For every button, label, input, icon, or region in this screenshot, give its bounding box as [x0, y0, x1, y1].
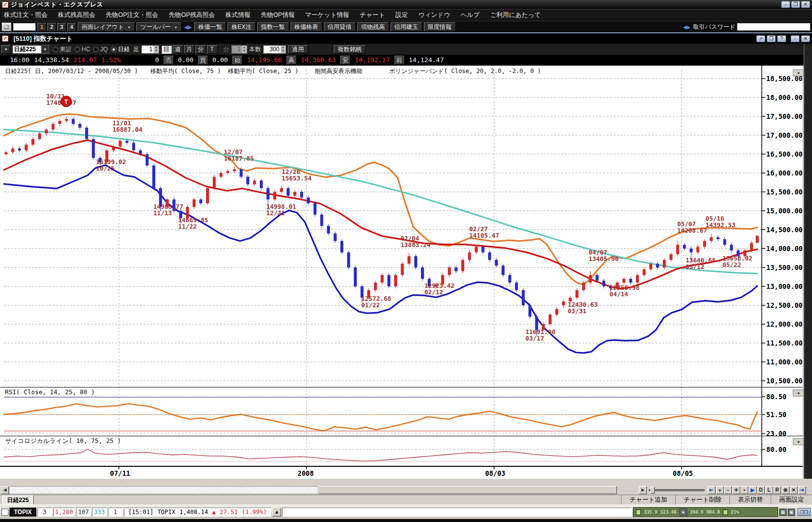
high-price: 14,366.63 [301, 56, 336, 64]
workspace-tab-2[interactable]: 2 [47, 23, 56, 31]
menu-item-6[interactable]: マーケット情報 [305, 11, 349, 19]
scrollbar-thumb[interactable] [318, 486, 617, 494]
toolbar-button-0[interactable]: 株価一覧 [194, 22, 226, 31]
symbol-combo[interactable]: 日経225 ▼ [12, 45, 49, 54]
scroll-left-icon[interactable]: ◀ [1, 486, 9, 494]
open-label: 始 [232, 56, 242, 65]
market-radio-日経[interactable]: 日経 [111, 45, 130, 54]
chart-area[interactable]: 日経225( 日, 2007/03/12 - 2008/05/30 )移動平均(… [0, 66, 812, 479]
trade-password-input[interactable] [737, 23, 811, 31]
chart-tool-icon-6[interactable]: D [757, 486, 765, 494]
radio-label: HC [82, 46, 90, 53]
toolbar-button-5[interactable]: 現物残高 [357, 22, 389, 31]
price-change-pct: 1.52% [102, 56, 121, 64]
mini-grid-icon[interactable]: ▣ [788, 509, 795, 516]
menu-item-5[interactable]: 先物OP情報 [261, 11, 295, 19]
zoom-slider-thumb[interactable] [650, 487, 655, 494]
price-change: 214.07 [74, 56, 97, 64]
peak-marker-glyph: T [64, 98, 68, 105]
main-scale-dropdown-icon: ▼ [797, 71, 801, 76]
menu-item-9[interactable]: ウィンドウ [418, 11, 450, 19]
chart-tool-icon-8[interactable]: R [773, 486, 781, 494]
bottom-button-1[interactable]: チャート削除 [675, 495, 729, 505]
chart-tool-icon-4[interactable]: ▪ [740, 486, 748, 494]
annotation-4-line2: 13883.24 [401, 241, 430, 249]
bars-stepper[interactable]: 300▲▼ [263, 45, 286, 54]
scrollbar-track[interactable] [9, 486, 318, 494]
help-icon[interactable]: ? [777, 35, 786, 42]
symbol-history-dropdown[interactable]: ▼ [1, 45, 10, 54]
toolbar-button-1[interactable]: 株EX注 [227, 22, 255, 31]
cascade-windows-icon[interactable]: ❏ [1, 22, 11, 31]
price-info-bar: 16:00 14,338.54 214.07 1.52% 0 売 0.00 買 … [0, 55, 812, 65]
scroll-right-icon[interactable]: ▶ [639, 486, 647, 494]
period-button-週[interactable]: 週 [173, 45, 183, 54]
restore-button[interactable]: ❐ [791, 1, 800, 8]
market-radio-東証[interactable]: 東証 [53, 45, 72, 54]
popout-icon[interactable]: ↗ [756, 35, 765, 42]
toolbar-button-4[interactable]: 信用貸借 [324, 22, 356, 31]
menu-item-10[interactable]: ヘルプ [461, 11, 480, 19]
bottom-button-3[interactable]: 画面設定 [771, 495, 812, 505]
mini-chart-icon[interactable]: ▦ [779, 509, 787, 516]
index-quote-cell: [15:01] TOPIX 1,408.14 ▲ 27.51 (1.99%) [124, 508, 271, 517]
annotation-10-line2: 11/13 [153, 209, 172, 217]
stacked-windows-icon[interactable]: ❐❐ [798, 508, 811, 516]
period-button-月[interactable]: 月 [184, 45, 195, 54]
chart-close-button[interactable]: ✕ [801, 35, 810, 42]
minimize-button[interactable]: － [781, 1, 790, 8]
pre-value: 0.00 [212, 56, 228, 64]
chart-canvas[interactable]: 日経225( 日, 2007/03/12 - 2008/05/30 )移動平均(… [0, 66, 812, 479]
menu-item-3[interactable]: 先物OP残高照会 [169, 11, 215, 19]
chart-tool-icon-11[interactable]: ⇥ [798, 486, 806, 494]
period-button-T[interactable]: T [207, 45, 217, 54]
chart-tool-icon-2[interactable]: － [724, 486, 732, 494]
menu-item-4[interactable]: 株式情報 [225, 11, 250, 19]
workspace-tab-4[interactable]: 4 [67, 23, 76, 31]
chart-tool-icon-3[interactable]: ✛ [732, 486, 740, 494]
bottom-button-0[interactable]: チャート追加 [621, 495, 675, 505]
bars-label: 本数 [249, 45, 261, 54]
toolbar-menu-button[interactable]: ツールバー▼ [136, 22, 182, 31]
chart-tool-icon-9[interactable]: ⊕ [782, 486, 790, 494]
status-checkbox[interactable] [1, 509, 8, 516]
menu-item-7[interactable]: チャート [360, 11, 385, 19]
tab-nikkei225[interactable]: 日経225 [2, 495, 34, 505]
chart-tool-icon-10[interactable]: ✕ [790, 486, 798, 494]
ashi-stepper[interactable]: 1▲▼ [141, 45, 159, 54]
chart-tool-icon-7[interactable]: L [765, 486, 773, 494]
menu-item-8[interactable]: 設定 [396, 11, 408, 19]
annotation-9-line2: 10/25 [96, 165, 115, 172]
expand-up-icon[interactable]: ▲ [272, 508, 281, 517]
toolbar-button-6[interactable]: 信用建玉 [391, 22, 422, 31]
multi-symbol-button[interactable]: 複数銘柄 [334, 45, 366, 54]
menu-item-11[interactable]: ご利用にあたって [490, 11, 541, 19]
bottom-button-2[interactable]: 表示切替 [729, 495, 771, 505]
menu-item-2[interactable]: 先物OP注文・照会 [106, 11, 159, 19]
workspace-tab-1[interactable]: 1 [37, 23, 46, 31]
annotation-5-line2: 14105.47 [469, 232, 499, 239]
chart-tool-icon-5[interactable]: ▶ [749, 486, 757, 494]
period-button-分[interactable]: 分 [196, 45, 206, 54]
menu-item-0[interactable]: 株式注文・照会 [4, 11, 48, 19]
index-badge[interactable]: TOPIX [9, 508, 36, 517]
apply-button[interactable]: 適用 [288, 45, 308, 54]
toolbar-button-2[interactable]: 指数一覧 [257, 22, 289, 31]
market-radio-JQ[interactable]: JQ [93, 45, 107, 54]
toolbar-button-3[interactable]: 株価格表 [291, 22, 322, 31]
splitter-icon[interactable]: ◀▶ [183, 24, 193, 30]
toolbar-button-7[interactable]: 限度情報 [424, 22, 456, 31]
period-button-日[interactable]: 日 [161, 45, 172, 54]
workspace-tab-3[interactable]: 3 [57, 23, 66, 31]
chart-minimize-button[interactable]: － [791, 35, 800, 42]
market-radio-HC[interactable]: HC [75, 45, 90, 54]
chart-tool-icon-1[interactable]: ＋ [716, 486, 724, 494]
splitter-icon-right[interactable]: ◀▶ [682, 24, 691, 30]
duplicate-icon[interactable]: ❐ [767, 35, 776, 42]
menu-item-1[interactable]: 株式残高照会 [58, 11, 96, 19]
zoom-slider-track[interactable] [649, 489, 705, 491]
screen-layout-button[interactable]: 画面レイアウト▼ [78, 22, 135, 31]
chart-tool-icon-0[interactable]: ⇤ [708, 486, 715, 494]
close-button[interactable]: ✕ [801, 1, 810, 8]
workspace-input[interactable] [13, 23, 36, 31]
